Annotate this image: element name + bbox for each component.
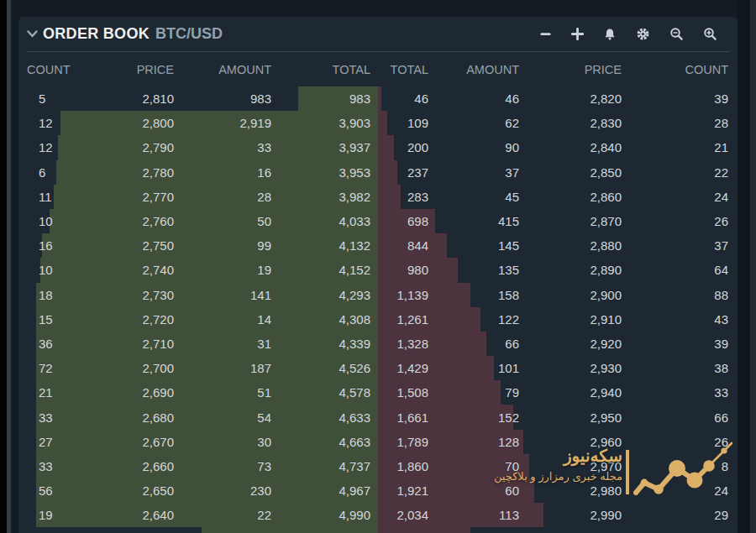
ask-total: 844 [378, 238, 428, 253]
order-book-row[interactable]: 18 2,730 141 4,293 1,139 158 2,900 88 [18, 283, 738, 307]
ask-total: 1,328 [378, 337, 428, 351]
order-book-row[interactable]: 16 2,750 99 4,132 844 145 2,880 37 [18, 233, 738, 258]
order-book-row[interactable]: 11 2,770 28 3,982 283 45 2,860 24 [18, 185, 738, 209]
ask-price: 2,880 [519, 238, 622, 253]
ask-amount: 101 [428, 361, 519, 375]
order-book-row[interactable]: 6 2,780 16 3,953 237 37 2,850 22 [18, 160, 738, 185]
minus-icon[interactable] [539, 28, 552, 40]
bid-amount: 33 [174, 140, 271, 154]
ask-amount: 66 [428, 337, 519, 351]
ask-price: 2,960 [519, 435, 622, 449]
bid-amount: 73 [174, 459, 271, 473]
bell-icon[interactable] [603, 28, 617, 41]
bid-count: 72 [18, 361, 74, 375]
collapse-chevron-down-icon[interactable] [26, 28, 39, 40]
ask-amount: 60 [428, 483, 519, 498]
ask-amount: 158 [428, 288, 519, 302]
ask-price: 2,980 [519, 483, 622, 498]
column-header-ask-amount: AMOUNT [428, 63, 519, 76]
ask-total: 1,261 [378, 312, 428, 327]
ask-price: 2,920 [519, 337, 622, 351]
order-book-rows: 5 2,810 983 983 46 46 2,820 39 12 2,800 … [18, 86, 738, 527]
ask-price: 2,930 [519, 361, 622, 375]
ask-price: 2,840 [519, 140, 622, 154]
bid-price: 2,770 [74, 190, 174, 204]
column-headers: COUNT PRICE AMOUNT TOTAL TOTAL AMOUNT PR… [18, 52, 738, 86]
ask-price: 2,900 [519, 288, 622, 302]
order-book-row[interactable]: 19 2,640 22 4,990 2,034 113 2,990 29 [18, 503, 738, 527]
order-book-widget: ORDER BOOK BTC/USD [18, 17, 738, 533]
bid-total: 4,339 [271, 337, 370, 351]
ask-count: 22 [622, 165, 728, 180]
ask-total: 1,508 [378, 385, 428, 400]
bid-count: 27 [18, 435, 74, 449]
bid-count: 10 [18, 263, 74, 277]
ask-amount: 90 [428, 140, 519, 154]
column-header-bid-count: COUNT [18, 63, 74, 76]
ask-total: 1,789 [378, 435, 428, 449]
zoom-in-icon[interactable] [703, 27, 717, 41]
ask-count: 39 [622, 337, 728, 351]
bid-amount: 22 [174, 508, 271, 522]
bid-price: 2,710 [74, 337, 174, 351]
order-book-row[interactable]: 5 2,810 983 983 46 46 2,820 39 [18, 86, 738, 111]
ask-price: 2,850 [519, 165, 622, 180]
bid-amount: 2,919 [174, 116, 271, 130]
plus-icon[interactable] [571, 28, 584, 40]
right-dark-strip [738, 0, 750, 533]
bid-price: 2,750 [74, 238, 174, 253]
ask-total: 200 [378, 140, 428, 154]
ask-total: 1,429 [378, 361, 428, 375]
ask-total: 46 [378, 91, 428, 106]
order-book-row[interactable]: 33 2,680 54 4,633 1,661 152 2,950 66 [18, 405, 738, 429]
bid-total: 4,737 [271, 459, 370, 473]
order-book-row[interactable]: 21 2,690 51 4,578 1,508 79 2,940 33 [18, 380, 738, 405]
ask-amount: 113 [428, 508, 519, 522]
ask-amount: 415 [428, 214, 519, 228]
column-header-bid-total: TOTAL [271, 63, 370, 76]
order-book-row[interactable]: 56 2,650 230 4,967 1,921 60 2,980 24 [18, 478, 738, 503]
order-book-row[interactable]: 72 2,700 187 4,526 1,429 101 2,930 38 [18, 356, 738, 380]
bid-price: 2,780 [74, 165, 174, 180]
bid-price: 2,670 [74, 435, 174, 449]
bid-total: 4,663 [271, 435, 370, 449]
ask-count: 64 [622, 263, 728, 277]
bid-total: 4,633 [271, 410, 370, 425]
left-gray-strip [7, 0, 11, 533]
bid-price: 2,790 [74, 140, 174, 154]
column-header-ask-price: PRICE [519, 63, 622, 76]
bid-total: 983 [271, 91, 370, 106]
partial-next-row [18, 527, 738, 533]
bid-count: 33 [18, 459, 74, 473]
gear-icon[interactable] [636, 27, 650, 41]
order-book-row[interactable]: 36 2,710 31 4,339 1,328 66 2,920 39 [18, 332, 738, 356]
ask-count: 24 [622, 190, 728, 204]
bid-total: 4,526 [271, 361, 370, 375]
ask-amount: 135 [428, 263, 519, 277]
order-book-row[interactable]: 10 2,740 19 4,152 980 135 2,890 64 [18, 258, 738, 282]
order-book-row[interactable]: 27 2,670 30 4,663 1,789 128 2,960 26 [18, 430, 738, 454]
order-book-row[interactable]: 12 2,800 2,919 3,903 109 62 2,830 28 [18, 111, 738, 135]
bid-total: 4,033 [271, 214, 370, 228]
ask-amount: 37 [428, 165, 519, 180]
bid-total: 4,990 [271, 508, 370, 522]
ask-price: 2,940 [519, 385, 622, 400]
order-book-row[interactable]: 15 2,720 14 4,308 1,261 122 2,910 43 [18, 307, 738, 332]
ask-price: 2,910 [519, 312, 622, 327]
right-edge-strip [750, 0, 756, 533]
ask-count: 28 [622, 116, 728, 130]
widget-title: ORDER BOOK [43, 25, 150, 43]
ask-count: 26 [622, 435, 728, 449]
ask-amount: 122 [428, 312, 519, 327]
bid-amount: 30 [174, 435, 271, 449]
bid-amount: 99 [174, 238, 271, 253]
bid-total: 4,578 [271, 385, 370, 400]
bid-count: 16 [18, 238, 74, 253]
bid-count: 18 [18, 288, 74, 302]
order-book-row[interactable]: 12 2,790 33 3,937 200 90 2,840 21 [18, 135, 738, 159]
order-book-row[interactable]: 33 2,660 73 4,737 1,860 70 2,970 8 [18, 454, 738, 478]
order-book-row[interactable]: 10 2,760 50 4,033 698 415 2,870 26 [18, 209, 738, 233]
ask-amount: 62 [428, 116, 519, 130]
zoom-out-icon[interactable] [669, 27, 684, 41]
page-background: ORDER BOOK BTC/USD [0, 0, 756, 533]
